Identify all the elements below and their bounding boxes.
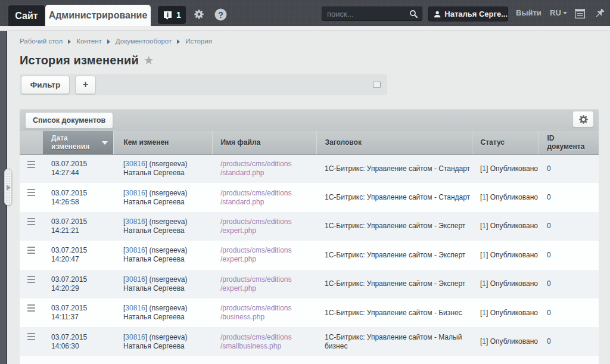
- svg-text:?: ?: [218, 10, 223, 20]
